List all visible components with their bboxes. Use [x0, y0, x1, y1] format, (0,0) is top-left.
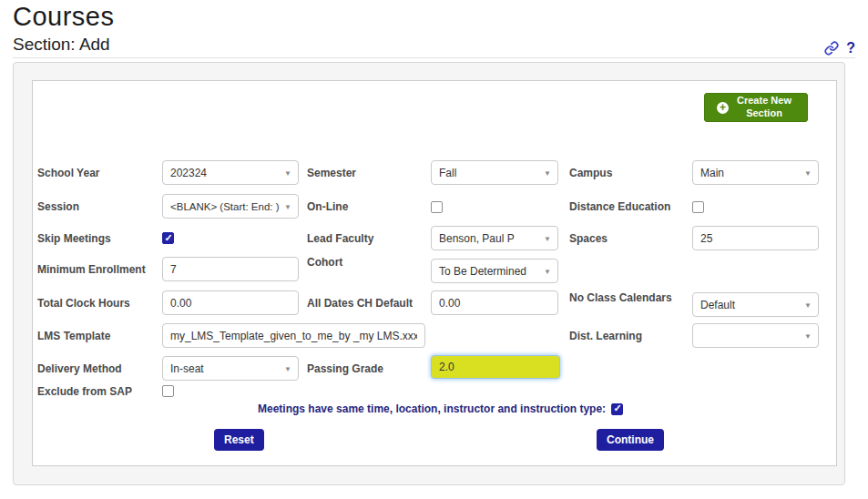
lead-faculty-value: Benson, Paul P	[439, 232, 515, 245]
all-dates-ch-default-label: All Dates CH Default	[307, 297, 413, 310]
school-year-select[interactable]: 202324 ▼	[162, 160, 299, 185]
courses-section-add-page: Courses Section: Add ? + Create New Sect…	[0, 0, 868, 499]
campus-label: Campus	[569, 167, 612, 179]
meetings-same-time-label: Meetings have same time, location, instr…	[258, 402, 606, 415]
campus-value: Main	[700, 167, 724, 179]
campus-select[interactable]: Main ▼	[692, 160, 819, 185]
online-checkbox[interactable]	[431, 201, 443, 213]
session-label: Session	[37, 200, 79, 213]
chevron-down-icon: ▼	[544, 234, 551, 242]
chevron-down-icon: ▼	[284, 364, 291, 372]
meetings-same-time-checkbox[interactable]	[611, 403, 623, 415]
chevron-down-icon: ▼	[284, 168, 291, 177]
chevron-down-icon: ▼	[804, 331, 812, 340]
header-divider	[13, 57, 855, 58]
page-title: Courses	[13, 2, 115, 32]
cohort-value: To Be Determined	[439, 265, 526, 278]
chevron-down-icon: ▼	[544, 168, 551, 177]
no-class-calendars-select[interactable]: Default ▼	[692, 292, 819, 317]
dist-learning-label: Dist. Learning	[569, 330, 642, 342]
passing-grade-input[interactable]	[431, 355, 560, 379]
delivery-method-select[interactable]: In-seat ▼	[162, 356, 299, 381]
passing-grade-label: Passing Grade	[307, 362, 383, 375]
semester-label: Semester	[307, 167, 356, 179]
spaces-label: Spaces	[569, 232, 608, 245]
help-icon[interactable]: ?	[846, 40, 855, 56]
cohort-label: Cohort	[307, 256, 342, 269]
semester-select[interactable]: Fall ▼	[431, 160, 558, 185]
skip-meetings-checkbox[interactable]	[162, 232, 174, 244]
total-clock-hours-label: Total Clock Hours	[37, 297, 130, 310]
school-year-label: School Year	[37, 167, 99, 179]
reset-button[interactable]: Reset	[214, 429, 264, 451]
all-dates-ch-default-input[interactable]	[431, 290, 558, 315]
chevron-down-icon: ▼	[804, 168, 812, 177]
create-new-section-label: Create New Section	[733, 95, 795, 120]
cohort-select[interactable]: To Be Determined ▼	[431, 259, 558, 283]
chevron-down-icon: ▼	[544, 267, 551, 275]
minimum-enrollment-label: Minimum Enrollment	[37, 263, 146, 276]
minimum-enrollment-input[interactable]	[162, 257, 299, 281]
dist-learning-select[interactable]: ▼	[692, 323, 819, 348]
meetings-same-time-row: Meetings have same time, location, instr…	[258, 402, 623, 415]
lms-template-input[interactable]	[162, 323, 425, 348]
header-icons: ?	[824, 40, 855, 56]
plus-circle-icon: +	[717, 102, 729, 114]
session-value: <BLANK> (Start: End: )	[170, 201, 280, 212]
school-year-value: 202324	[170, 167, 207, 179]
no-class-calendars-value: Default	[700, 299, 735, 311]
distance-education-label: Distance Education	[569, 200, 670, 213]
link-icon[interactable]	[824, 41, 839, 56]
lead-faculty-select[interactable]: Benson, Paul P ▼	[431, 226, 558, 250]
distance-education-checkbox[interactable]	[692, 201, 704, 213]
page-subtitle: Section: Add	[13, 35, 110, 55]
semester-value: Fall	[439, 167, 456, 179]
delivery-method-value: In-seat	[170, 362, 204, 375]
lms-template-label: LMS Template	[37, 330, 110, 342]
delivery-method-label: Delivery Method	[37, 362, 122, 375]
skip-meetings-label: Skip Meetings	[37, 232, 111, 245]
total-clock-hours-input[interactable]	[162, 290, 299, 315]
session-select[interactable]: <BLANK> (Start: End: ) ▼	[162, 194, 299, 219]
chevron-down-icon: ▼	[804, 300, 812, 309]
online-label: On-Line	[307, 200, 348, 213]
no-class-calendars-label: No Class Calendars	[569, 291, 672, 304]
exclude-from-sap-label: Exclude from SAP	[37, 385, 132, 398]
exclude-from-sap-checkbox[interactable]	[162, 385, 174, 397]
spaces-input[interactable]	[692, 226, 819, 250]
chevron-down-icon: ▼	[284, 202, 291, 210]
create-new-section-button[interactable]: + Create New Section	[704, 93, 808, 122]
lead-faculty-label: Lead Faculty	[307, 232, 373, 245]
continue-button[interactable]: Continue	[597, 429, 664, 451]
